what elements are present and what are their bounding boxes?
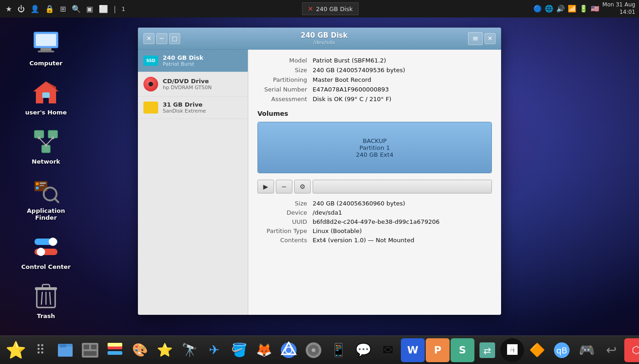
svg-rect-6 [42, 92, 50, 98]
volume-partition-bar: BACKUP Partition 1 240 GB Ext4 [257, 122, 492, 173]
battery-icon[interactable]: 🔋 [579, 5, 588, 13]
svg-point-45 [286, 347, 291, 353]
home-icon-label: user's Home [25, 109, 67, 116]
user-taskbar-icon[interactable]: 👤 [29, 4, 41, 14]
disk-sub-ssd: Patriot Burst [163, 61, 203, 67]
disk-item-ssd[interactable]: SSD 240 GB Disk Patriot Burst [138, 50, 248, 72]
dock-back-icon[interactable]: ↩ [599, 338, 623, 362]
partition-block[interactable]: BACKUP Partition 1 240 GB Ext4 [258, 122, 491, 173]
dock-wps-icon[interactable]: P [426, 338, 450, 362]
bluetooth-icon[interactable]: 🔵 [533, 5, 542, 13]
dock-firefox-icon[interactable]: 🦊 [252, 338, 276, 362]
svg-point-14 [45, 144, 47, 147]
svg-rect-34 [58, 347, 73, 357]
dock-anon-icon[interactable]: 🅰 [500, 338, 524, 362]
dock-binoculars-icon[interactable]: 🔭 [177, 338, 201, 362]
dock-star2-icon[interactable]: ⭐ [153, 338, 177, 362]
window-taskbar-icon[interactable]: ⬜ [97, 4, 110, 14]
dock-transfer-icon[interactable]: ⇄ [475, 338, 499, 362]
active-window-button[interactable]: ✕ 240 GB Disk [302, 2, 359, 15]
signal-icon[interactable]: 📶 [568, 5, 576, 13]
model-row: Model Patriot Burst (SBFM61.2) [257, 57, 492, 64]
disk-info-ssd: 240 GB Disk Patriot Burst [163, 54, 203, 67]
desktop-icon-network[interactable]: Network [9, 121, 83, 171]
vol-partition-type-row: Partition Type Linux (Bootable) [257, 228, 492, 234]
top-taskbar: ★ ⏻ 👤 🔒 ⊞ 🔍 ▣ ⬜ | 1 ✕ 240 GB Disk 🔵 🌐 🔊 … [0, 0, 639, 17]
window-title-area: 240 GB Disk /dev/sda [180, 31, 468, 46]
dock-palette-icon[interactable]: 🎨 [128, 338, 152, 362]
network-icon[interactable]: 🌐 [545, 5, 553, 13]
hamburger-menu-button[interactable]: ≡ [468, 32, 483, 45]
usb-icon [143, 102, 158, 114]
datetime-display: Mon 31 Aug 14:01 [602, 1, 635, 16]
dock-skype-icon[interactable]: 💬 [351, 338, 375, 362]
dock-finder-icon[interactable] [78, 338, 102, 362]
power-taskbar-icon[interactable]: ⏻ [16, 4, 27, 14]
window-title: 240 GB Disk [180, 31, 468, 40]
desktop-icon-computer[interactable]: Computer [9, 23, 83, 72]
volume-remove-button[interactable]: − [276, 180, 292, 193]
disk-item-cd[interactable]: CD/DVD Drive hp DVDRAM GT50N [138, 72, 248, 97]
screen-taskbar-icon[interactable]: ▣ [85, 4, 95, 14]
disk-list-panel: SSD 240 GB Disk Patriot Burst CD/DVD Dri… [138, 50, 248, 315]
disk-sub-usb: SanDisk Extreme [163, 108, 206, 114]
home-icon [31, 78, 61, 107]
disk-manager-window: ✕ − □ 240 GB Disk /dev/sda ≡ ✕ SSD 240 G… [138, 28, 501, 315]
workspace-number: 1 [120, 5, 127, 13]
dock-logic-icon[interactable] [302, 338, 325, 362]
dock-qbittorrent-icon[interactable]: qB [550, 338, 574, 362]
volume-play-button[interactable]: ▶ [257, 180, 274, 193]
dock-git-icon[interactable]: ⬡ [624, 338, 639, 362]
dock-dots-icon[interactable]: ⠿ [29, 338, 52, 362]
volume-settings-button[interactable]: ⚙ [294, 180, 311, 193]
model-value: Patriot Burst (SBFM61.2) [313, 57, 386, 64]
svg-rect-17 [36, 182, 39, 185]
dock-layers-icon[interactable] [103, 338, 127, 362]
dock-files-icon[interactable] [53, 338, 77, 362]
network-icon-label: Network [32, 158, 60, 165]
svg-point-48 [312, 348, 315, 352]
dock-chrome-icon[interactable] [277, 338, 301, 362]
disk-detail-table: Model Patriot Burst (SBFM61.2) Size 240 … [257, 57, 492, 102]
dock-star-icon[interactable]: ⭐ [4, 338, 28, 362]
dock-bucket-icon[interactable]: 🪣 [227, 338, 251, 362]
window-close-button[interactable]: ✕ [143, 33, 154, 44]
vol-device-label: Device [257, 209, 313, 216]
vol-uuid-label: UUID [257, 218, 313, 225]
vol-device-value: /dev/sda1 [313, 209, 342, 216]
vol-uuid-value: b6fd8d2e-c204-497e-be38-d99c1a679206 [313, 218, 439, 225]
grid-taskbar-icon[interactable]: ⊞ [58, 4, 68, 14]
trash-icon-label: Trash [37, 313, 55, 319]
svg-rect-19 [40, 182, 46, 184]
lock-taskbar-icon[interactable]: 🔒 [43, 4, 56, 14]
date-text: Mon 31 Aug [602, 1, 635, 9]
dock-sheets-icon[interactable]: S [451, 338, 474, 362]
desktop-icon-appfinder[interactable]: Application Finder [9, 171, 83, 227]
desktop-icon-control[interactable]: Control Center [9, 227, 83, 276]
svg-rect-20 [40, 185, 44, 186]
search-taskbar-icon[interactable]: 🔍 [70, 4, 83, 14]
window-maximize-button[interactable]: □ [169, 33, 180, 44]
vol-partition-type-value: Linux (Bootable) [313, 228, 362, 234]
dock-mail-icon[interactable]: ✉ [376, 338, 400, 362]
volume-button-spacer [313, 180, 492, 193]
window-extra-button[interactable]: ✕ [485, 33, 496, 44]
desktop-icon-home[interactable]: user's Home [9, 72, 83, 121]
volume-icon[interactable]: 🔊 [556, 5, 565, 13]
flag-icon[interactable]: 🇺🇸 [591, 5, 599, 13]
disk-name-ssd: 240 GB Disk [163, 54, 203, 61]
active-window-label: 240 GB Disk [316, 6, 353, 12]
dock-send-icon[interactable]: ✈ [202, 338, 226, 362]
window-controls-left: ✕ − □ [143, 33, 180, 44]
svg-rect-3 [38, 51, 54, 52]
partitioning-row: Partitioning Master Boot Record [257, 76, 492, 83]
window-minimize-button[interactable]: − [156, 33, 167, 44]
disk-item-usb[interactable]: 31 GB Drive SanDisk Extreme [138, 97, 248, 119]
star-taskbar-icon[interactable]: ★ [4, 4, 14, 14]
dock-word-icon[interactable]: W [401, 338, 425, 362]
dock-steam-icon[interactable]: 🎮 [575, 338, 599, 362]
desktop-icon-trash[interactable]: Trash [9, 276, 83, 325]
computer-icon [31, 28, 61, 58]
dock-vlc-icon[interactable]: 🔶 [525, 338, 549, 362]
dock-viber-icon[interactable]: 📱 [326, 338, 350, 362]
